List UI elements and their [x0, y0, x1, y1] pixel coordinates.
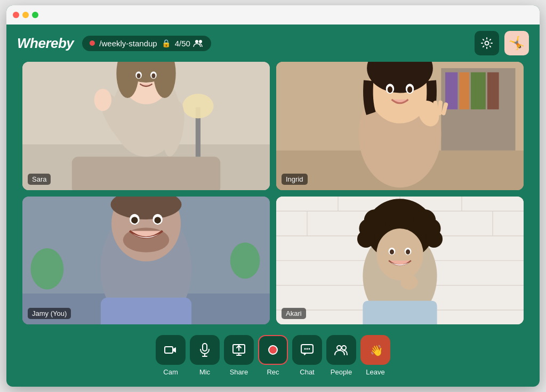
- svg-point-0: [195, 40, 198, 43]
- svg-point-82: [400, 274, 417, 289]
- people-label: People: [331, 368, 352, 376]
- lock-icon: 🔒: [162, 39, 171, 47]
- toolbar-item-share: Share: [224, 335, 254, 376]
- mic-label: Mic: [199, 368, 210, 376]
- svg-point-80: [390, 249, 394, 254]
- svg-point-49: [131, 217, 138, 223]
- svg-rect-66: [363, 300, 437, 324]
- people-button[interactable]: [326, 335, 356, 365]
- participant-cell-ingrid: Ingrid: [276, 62, 524, 190]
- toolbar-item-mic: Mic: [190, 335, 220, 376]
- app-window: Whereby /weekly-standup 🔒 4/50: [6, 5, 540, 387]
- rec-indicator: [268, 345, 278, 355]
- svg-rect-5: [72, 157, 220, 190]
- svg-point-2: [485, 42, 489, 45]
- svg-rect-83: [165, 347, 173, 353]
- svg-rect-43: [101, 297, 191, 324]
- svg-rect-84: [203, 344, 207, 351]
- svg-point-93: [307, 348, 308, 350]
- svg-point-15: [137, 74, 141, 78]
- share-button[interactable]: [224, 335, 254, 365]
- gear-icon: [480, 37, 493, 50]
- header: Whereby /weekly-standup 🔒 4/50: [6, 24, 540, 62]
- titlebar: [6, 5, 540, 24]
- participant-name-sara: Sara: [28, 174, 51, 185]
- chat-icon: [301, 344, 314, 356]
- mic-button[interactable]: [190, 335, 220, 365]
- svg-point-77: [376, 228, 423, 280]
- svg-point-40: [30, 248, 63, 289]
- svg-point-41: [230, 242, 260, 279]
- cam-button[interactable]: [156, 335, 186, 365]
- app-content: Whereby /weekly-standup 🔒 4/50: [6, 24, 540, 387]
- people-icon: [193, 39, 204, 47]
- cam-label: Cam: [163, 368, 178, 376]
- toolbar-item-people: People: [326, 335, 356, 376]
- participant-cell-akari: Akari: [276, 197, 524, 325]
- rec-button[interactable]: [258, 335, 288, 365]
- room-status-dot: [90, 40, 95, 46]
- participant-cell-sara: Sara: [22, 62, 270, 190]
- settings-button[interactable]: [475, 31, 499, 55]
- toolbar-item-chat: Chat: [292, 335, 322, 376]
- svg-text:👋: 👋: [370, 344, 383, 356]
- svg-point-7: [182, 94, 213, 118]
- participant-cell-jamy: Jamy (You): [22, 197, 270, 325]
- leave-button[interactable]: 👋: [360, 335, 390, 365]
- cam-icon: [164, 345, 177, 355]
- avatar-emoji: 🤸: [509, 36, 525, 51]
- logo: Whereby: [17, 35, 74, 52]
- share-label: Share: [230, 368, 248, 376]
- share-icon: [232, 344, 245, 356]
- svg-point-81: [406, 249, 410, 254]
- svg-point-92: [304, 348, 306, 350]
- participant-name-akari: Akari: [282, 308, 306, 319]
- room-count: 4/50: [175, 39, 204, 48]
- room-badge[interactable]: /weekly-standup 🔒 4/50: [82, 36, 211, 51]
- video-grid: Sara: [6, 62, 540, 331]
- minimize-button[interactable]: [22, 12, 29, 18]
- svg-point-96: [342, 346, 346, 350]
- svg-point-32: [388, 86, 392, 93]
- header-right: 🤸: [475, 31, 529, 55]
- toolbar-item-cam: Cam: [156, 335, 186, 376]
- svg-point-75: [357, 230, 374, 247]
- svg-point-1: [199, 40, 202, 43]
- people-icon: [334, 345, 348, 355]
- svg-rect-25: [471, 72, 486, 110]
- svg-rect-26: [487, 72, 499, 110]
- svg-point-16: [151, 74, 155, 78]
- user-avatar-button[interactable]: 🤸: [504, 31, 529, 55]
- rec-label: Rec: [267, 368, 279, 376]
- room-name: /weekly-standup: [99, 39, 157, 48]
- participant-name-jamy: Jamy (You): [28, 308, 71, 319]
- toolbar-item-leave: 👋 Leave: [360, 335, 390, 376]
- svg-point-18: [94, 89, 111, 111]
- traffic-lights: [13, 12, 38, 18]
- svg-point-76: [425, 230, 443, 247]
- fullscreen-button[interactable]: [32, 12, 38, 18]
- close-button[interactable]: [13, 12, 19, 18]
- toolbar-item-rec: Rec: [258, 335, 288, 376]
- mic-icon: [199, 343, 210, 357]
- chat-label: Chat: [300, 368, 314, 376]
- svg-point-95: [337, 346, 341, 350]
- toolbar: Cam Mic: [6, 331, 540, 387]
- svg-rect-24: [459, 72, 469, 110]
- leave-icon: 👋: [368, 344, 383, 356]
- svg-point-33: [407, 86, 412, 93]
- participant-name-ingrid: Ingrid: [282, 174, 308, 185]
- room-count-text: 4/50: [175, 39, 190, 48]
- svg-point-94: [309, 348, 310, 350]
- chat-button[interactable]: [292, 335, 322, 365]
- header-left: Whereby /weekly-standup 🔒 4/50: [17, 35, 211, 52]
- leave-label: Leave: [366, 368, 384, 376]
- svg-point-50: [154, 217, 160, 223]
